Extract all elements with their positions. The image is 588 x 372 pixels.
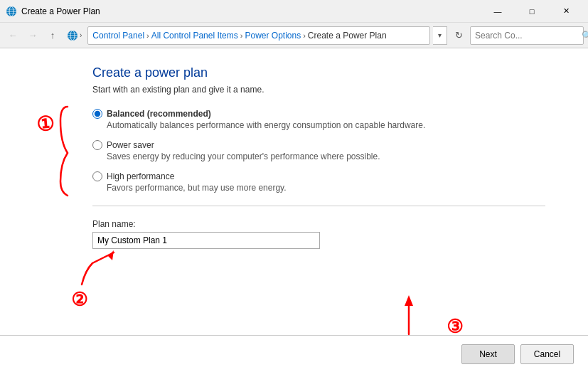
balanced-desc: Automatically balances performance with … xyxy=(107,120,545,130)
minimize-button[interactable]: — xyxy=(481,0,514,23)
maximize-button[interactable]: □ xyxy=(515,0,548,23)
section-divider xyxy=(92,206,545,206)
plan-name-input[interactable] xyxy=(92,232,320,249)
page-title: Create a power plan xyxy=(92,65,545,80)
breadcrumb-power-options[interactable]: Power Options xyxy=(245,31,301,41)
window-title: Create a Power Plan xyxy=(21,6,100,16)
titlebar: Create a Power Plan — □ ✕ xyxy=(0,0,588,23)
app-icon xyxy=(6,6,17,17)
breadcrumb-control-panel[interactable]: Control Panel xyxy=(92,31,144,41)
search-icon: 🔍 xyxy=(582,31,588,41)
back-button[interactable]: ← xyxy=(4,27,21,44)
plan-option-highperformance: High performance Favors performance, but… xyxy=(92,171,545,193)
cancel-button[interactable]: Cancel xyxy=(520,344,574,364)
plan-name-label: Plan name: xyxy=(92,219,545,229)
power-plan-options: Balanced (recommended) Automatically bal… xyxy=(92,109,545,193)
window-controls: — □ ✕ xyxy=(481,0,582,23)
page-subtitle: Start with an existing plan and give it … xyxy=(92,85,545,95)
highperformance-label[interactable]: High performance xyxy=(107,171,174,181)
plan-name-section: Plan name: xyxy=(92,219,545,249)
breadcrumb-icon xyxy=(67,30,78,41)
next-button[interactable]: Next xyxy=(461,344,515,364)
main-content: Create a power plan Start with an existi… xyxy=(0,48,588,372)
powersaver-radio[interactable] xyxy=(92,140,102,150)
powersaver-desc: Saves energy by reducing your computer's… xyxy=(107,152,545,161)
breadcrumb-bar: Control Panel › All Control Panel Items … xyxy=(87,26,430,45)
close-button[interactable]: ✕ xyxy=(550,0,582,23)
highperformance-desc: Favors performance, but may use more ene… xyxy=(107,183,545,193)
addressbar: ← → ↑ › Control Panel › All Control Pane… xyxy=(0,23,588,48)
powersaver-label[interactable]: Power saver xyxy=(107,140,154,150)
plan-option-balanced: Balanced (recommended) Automatically bal… xyxy=(92,109,545,130)
balanced-radio[interactable] xyxy=(92,109,102,119)
search-input[interactable] xyxy=(475,31,582,41)
up-button[interactable]: ↑ xyxy=(44,27,61,44)
forward-button[interactable]: → xyxy=(24,27,41,44)
plan-option-powersaver: Power saver Saves energy by reducing you… xyxy=(92,140,545,161)
balanced-label[interactable]: Balanced (recommended) xyxy=(107,109,211,119)
highperformance-radio[interactable] xyxy=(92,171,102,181)
breadcrumb-current: Create a Power Plan xyxy=(308,31,387,41)
search-bar[interactable]: 🔍 xyxy=(470,26,584,45)
breadcrumb-dropdown[interactable]: ▾ xyxy=(433,26,447,45)
breadcrumb-all-items[interactable]: All Control Panel Items xyxy=(151,31,238,41)
content-area: Create a power plan Start with an existi… xyxy=(0,48,588,335)
footer: Next Cancel xyxy=(0,335,588,372)
refresh-button[interactable]: ↻ xyxy=(450,27,467,44)
